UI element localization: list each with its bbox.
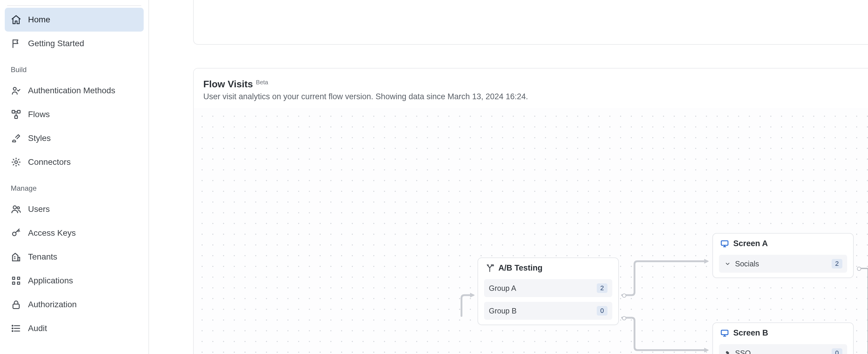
sidebar-label: Flows	[28, 110, 50, 119]
sidebar-label: Tenants	[28, 252, 57, 262]
svg-rect-9	[18, 277, 20, 280]
row-label: Group B	[489, 307, 597, 315]
output-port-group-a[interactable]	[622, 293, 626, 298]
node-screen-a[interactable]: Screen A Socials 2	[712, 233, 854, 278]
sidebar-label: Connectors	[28, 157, 71, 167]
sidebar-label: Audit	[28, 324, 47, 333]
node-row-socials[interactable]: Socials 2	[719, 255, 847, 272]
sidebar-label: Authentication Methods	[28, 86, 115, 95]
output-port-socials[interactable]	[857, 267, 861, 271]
sidebar-label: Styles	[28, 133, 51, 143]
flow-canvas[interactable]: A/B Testing Group A 2 Group B 0	[194, 108, 868, 354]
sidebar-item-authorization[interactable]: Authorization	[5, 293, 144, 317]
flow-visits-card: Flow Visits Beta User visit analytics on…	[193, 68, 868, 354]
previous-card-edge	[193, 0, 868, 45]
svg-point-14	[12, 328, 13, 329]
sidebar-divider	[7, 5, 141, 6]
sidebar: Home Getting Started Build Authenticatio…	[0, 0, 149, 354]
users-icon	[11, 204, 22, 215]
apps-icon	[11, 275, 22, 286]
split-icon	[485, 264, 494, 272]
app-root: Home Getting Started Build Authenticatio…	[0, 0, 868, 354]
node-screen-b[interactable]: Screen B SSO 0	[712, 322, 854, 354]
identity-icon	[11, 85, 22, 96]
node-title: Screen B	[733, 328, 768, 337]
sidebar-item-getting-started[interactable]: Getting Started	[5, 32, 144, 56]
svg-rect-16	[721, 241, 728, 245]
flow-visits-subtitle: User visit analytics on your current flo…	[203, 92, 859, 101]
sidebar-label: Applications	[28, 276, 73, 286]
sidebar-item-applications[interactable]: Applications	[5, 269, 144, 293]
list-icon	[11, 323, 22, 334]
node-row-sso[interactable]: SSO 0	[719, 344, 847, 354]
sidebar-label: Getting Started	[28, 39, 84, 48]
output-port-group-b[interactable]	[622, 316, 626, 320]
svg-point-15	[12, 331, 13, 332]
row-label: SSO	[735, 349, 832, 354]
sidebar-label: Users	[28, 204, 50, 214]
lock-icon	[11, 299, 22, 310]
sidebar-item-connectors[interactable]: Connectors	[5, 150, 144, 174]
monitor-icon	[720, 329, 729, 337]
svg-point-5	[13, 206, 17, 209]
sidebar-item-tenants[interactable]: Tenants	[5, 245, 144, 269]
count-badge: 0	[832, 348, 842, 354]
svg-rect-17	[721, 330, 728, 334]
node-row-group-a[interactable]: Group A 2	[484, 279, 612, 297]
node-header: A/B Testing	[478, 258, 618, 277]
chevron-down-icon	[724, 260, 732, 267]
flow-visits-title: Flow Visits	[203, 79, 253, 90]
sidebar-item-access-keys[interactable]: Access Keys	[5, 221, 144, 245]
count-badge: 0	[597, 306, 608, 316]
sidebar-item-auth-methods[interactable]: Authentication Methods	[5, 79, 144, 102]
flows-icon	[11, 109, 22, 120]
flow-title-row: Flow Visits Beta	[203, 79, 859, 90]
node-header: Screen B	[713, 323, 853, 342]
key-icon	[11, 228, 22, 238]
svg-rect-10	[12, 282, 15, 285]
sidebar-item-audit[interactable]: Audit	[5, 317, 144, 340]
sidebar-item-styles[interactable]: Styles	[5, 126, 144, 150]
svg-point-0	[13, 87, 17, 90]
sidebar-label: Authorization	[28, 300, 76, 309]
sidebar-label: Access Keys	[28, 228, 76, 238]
flag-icon	[11, 38, 22, 49]
monitor-icon	[720, 239, 729, 248]
flow-visits-header: Flow Visits Beta User visit analytics on…	[194, 68, 868, 107]
building-icon	[11, 252, 22, 262]
sidebar-section-build: Build	[5, 56, 144, 79]
sidebar-section-manage: Manage	[5, 174, 144, 197]
sidebar-item-home[interactable]: Home	[5, 8, 144, 32]
row-label: Socials	[735, 260, 832, 268]
svg-point-6	[17, 207, 20, 209]
row-label: Group A	[489, 284, 597, 293]
node-title: A/B Testing	[498, 263, 542, 272]
plug-icon	[11, 157, 22, 167]
beta-badge: Beta	[256, 79, 268, 86]
node-ab-testing[interactable]: A/B Testing Group A 2 Group B 0	[477, 257, 619, 325]
svg-point-4	[15, 161, 18, 164]
home-icon	[11, 14, 22, 25]
count-badge: 2	[597, 283, 608, 293]
sidebar-item-flows[interactable]: Flows	[5, 102, 144, 126]
brush-icon	[11, 133, 22, 143]
node-header: Screen A	[713, 234, 853, 252]
main-content: Flow Visits Beta User visit analytics on…	[149, 0, 868, 354]
node-row-group-b[interactable]: Group B 0	[484, 302, 612, 320]
svg-point-13	[12, 325, 13, 326]
node-title: Screen A	[733, 239, 768, 248]
key-icon	[724, 349, 732, 354]
svg-rect-12	[13, 304, 20, 309]
sidebar-label: Home	[28, 15, 51, 25]
sidebar-item-users[interactable]: Users	[5, 197, 144, 221]
svg-rect-8	[12, 277, 15, 280]
count-badge: 2	[832, 259, 842, 268]
svg-rect-11	[18, 282, 20, 285]
